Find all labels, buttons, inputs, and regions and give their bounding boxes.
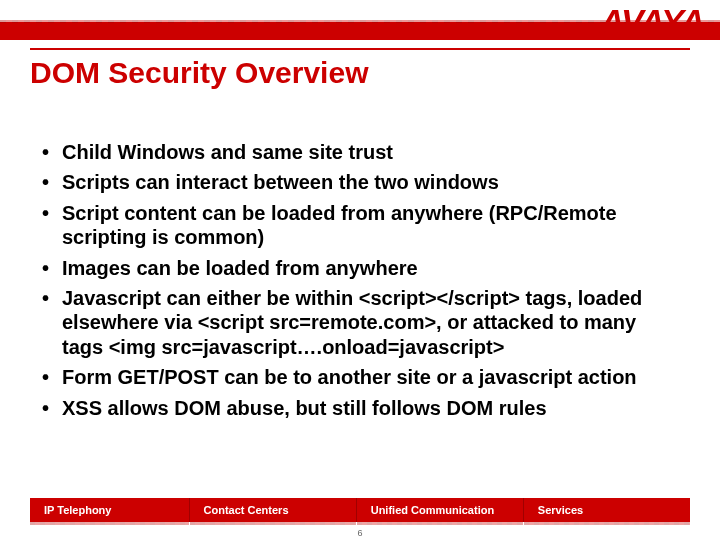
title-underline [30, 48, 690, 50]
bullet-item: Form GET/POST can be to another site or … [40, 365, 680, 389]
slide-title: DOM Security Overview [30, 56, 690, 90]
bullet-item: XSS allows DOM abuse, but still follows … [40, 396, 680, 420]
page-number: 6 [0, 528, 720, 538]
footer-item: Contact Centers [190, 498, 357, 522]
footer-bar: IP Telephony Contact Centers Unified Com… [30, 498, 690, 522]
bullet-item: Child Windows and same site trust [40, 140, 680, 164]
bullet-list: Child Windows and same site trust Script… [40, 140, 680, 420]
footer-item: Unified Communication [357, 498, 524, 522]
slide-body: Child Windows and same site trust Script… [40, 140, 680, 426]
bullet-item: Script content can be loaded from anywhe… [40, 201, 680, 250]
footer-item: Services [524, 498, 690, 522]
bullet-item: Images can be loaded from anywhere [40, 256, 680, 280]
footer-item: IP Telephony [30, 498, 190, 522]
brand-logo: AVAYA [600, 2, 704, 41]
bullet-item: Javascript can either be within <script>… [40, 286, 680, 359]
slide: AVAYA DOM Security Overview Child Window… [0, 0, 720, 540]
bullet-item: Scripts can interact between the two win… [40, 170, 680, 194]
